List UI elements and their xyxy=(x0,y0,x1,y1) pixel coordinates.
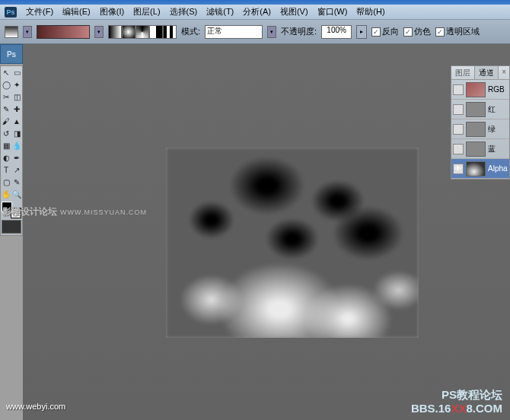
watermark-bottom-right: PS教程论坛 BBS.16XX8.COM xyxy=(411,388,502,415)
gradient-reflected-button[interactable] xyxy=(149,25,163,39)
brush-tool-icon[interactable]: 🖌 xyxy=(1,115,11,127)
menu-analysis[interactable]: 分析(A) xyxy=(238,5,276,19)
channel-thumb-green xyxy=(466,122,486,137)
channel-label: 红 xyxy=(488,104,496,115)
gradient-angle-button[interactable] xyxy=(135,25,149,39)
menu-file[interactable]: 文件(F) xyxy=(21,5,58,19)
zoom-tool-icon[interactable]: 🔍 xyxy=(11,188,22,200)
mode-dropdown-arrow[interactable]: ▾ xyxy=(267,26,276,38)
gradient-linear-button[interactable] xyxy=(108,25,122,39)
watermark-bottom-left: www.webyi.com xyxy=(6,402,65,411)
history-brush-icon[interactable]: ↺ xyxy=(1,127,11,139)
tool-preset-icon[interactable] xyxy=(5,26,18,38)
channel-thumb-red xyxy=(466,102,486,117)
transparency-checkbox[interactable]: ✓ xyxy=(435,27,445,37)
channel-label: RGB xyxy=(488,85,505,94)
menu-window[interactable]: 窗口(W) xyxy=(313,5,352,19)
gradient-tool-icon[interactable]: ▦ xyxy=(1,139,11,151)
crop-tool-icon[interactable]: ✂ xyxy=(1,91,11,103)
stamp-tool-icon[interactable]: ▲ xyxy=(11,115,22,127)
notes-tool-icon[interactable]: ✎ xyxy=(11,176,22,188)
channel-thumb-blue xyxy=(466,142,486,157)
watermark-left: 影楼设计论坛WWW.MISSYUAN.COM xyxy=(2,205,147,218)
dither-checkbox-wrap[interactable]: ✓仿色 xyxy=(403,26,431,37)
channel-red[interactable]: 红 xyxy=(451,100,509,119)
panel-close-icon[interactable]: × xyxy=(499,66,509,79)
wand-tool-icon[interactable]: ✦ xyxy=(11,78,22,91)
channel-green[interactable]: 绿 xyxy=(451,119,509,139)
gradient-type-group xyxy=(108,25,177,39)
channel-label: 蓝 xyxy=(488,144,496,154)
hand-tool-icon[interactable]: ✋ xyxy=(1,188,11,200)
dither-label: 仿色 xyxy=(414,27,431,36)
healing-tool-icon[interactable]: ✚ xyxy=(11,103,22,115)
menu-layer[interactable]: 图层(L) xyxy=(129,5,164,19)
path-tool-icon[interactable]: ↗ xyxy=(11,164,22,176)
gradient-radial-button[interactable] xyxy=(122,25,135,39)
quickmask-toggle[interactable] xyxy=(2,220,21,234)
channel-label: 绿 xyxy=(488,124,496,135)
tab-layers[interactable]: 图层 xyxy=(451,66,475,79)
dodge-tool-icon[interactable]: ◐ xyxy=(1,151,11,164)
move-tool-icon[interactable]: ↖ xyxy=(1,66,11,78)
opacity-label: 不透明度: xyxy=(281,26,317,37)
menu-image[interactable]: 图像(I) xyxy=(95,5,129,19)
document-canvas[interactable] xyxy=(166,148,419,338)
menu-help[interactable]: 帮助(H) xyxy=(352,5,389,19)
type-tool-icon[interactable]: T xyxy=(1,164,11,176)
channel-alpha[interactable]: 👁 Alpha xyxy=(451,159,509,179)
gradient-dropdown[interactable]: ▾ xyxy=(94,26,104,38)
eyedropper-tool-icon[interactable]: ✎ xyxy=(1,103,11,115)
shape-tool-icon[interactable]: ▢ xyxy=(1,176,11,188)
reverse-checkbox-wrap[interactable]: ✓反向 xyxy=(371,26,399,37)
visibility-icon[interactable] xyxy=(453,144,464,154)
tool-preset-dropdown[interactable]: ▾ xyxy=(23,26,32,38)
gradient-preview[interactable] xyxy=(37,25,90,39)
dock: Ps xyxy=(0,44,23,64)
optionsbar: ▾ ▾ 模式: 正常 ▾ 不透明度: 100% ▸ ✓反向 ✓仿色 ✓透明区域 xyxy=(0,20,510,44)
menu-filter[interactable]: 滤镜(T) xyxy=(202,5,238,19)
mode-label: 模式: xyxy=(181,26,200,37)
pen-tool-icon[interactable]: ✒ xyxy=(11,151,22,164)
channel-thumb-rgb xyxy=(466,82,486,97)
app-icon: Ps xyxy=(5,7,17,18)
channel-blue[interactable]: 蓝 xyxy=(451,139,509,159)
menu-edit[interactable]: 编辑(E) xyxy=(58,5,95,19)
menu-select[interactable]: 选择(S) xyxy=(165,5,202,19)
menubar: Ps 文件(F) 编辑(E) 图像(I) 图层(L) 选择(S) 滤镜(T) 分… xyxy=(0,5,510,20)
canvas-area xyxy=(23,44,510,420)
visibility-icon[interactable] xyxy=(453,84,464,95)
reverse-label: 反向 xyxy=(382,27,399,36)
reverse-checkbox[interactable]: ✓ xyxy=(371,27,381,37)
marquee-tool-icon[interactable]: ▭ xyxy=(11,66,22,78)
canvas-content xyxy=(166,148,419,338)
gradient-diamond-button[interactable] xyxy=(163,25,177,39)
lasso-tool-icon[interactable]: ◯ xyxy=(1,78,11,91)
slice-tool-icon[interactable]: ◫ xyxy=(11,91,22,103)
mode-select[interactable]: 正常 xyxy=(205,25,263,39)
channel-label: Alpha xyxy=(488,164,508,173)
dock-tab-ps[interactable]: Ps xyxy=(0,44,23,64)
dither-checkbox[interactable]: ✓ xyxy=(403,27,413,37)
eraser-tool-icon[interactable]: ◨ xyxy=(11,127,22,139)
channel-rgb[interactable]: RGB xyxy=(451,80,509,100)
transparency-checkbox-wrap[interactable]: ✓透明区域 xyxy=(435,26,480,37)
panel-tabs: 图层 通道 × xyxy=(451,66,509,80)
opacity-arrow[interactable]: ▸ xyxy=(356,25,367,39)
transparency-label: 透明区域 xyxy=(446,27,480,36)
opacity-input[interactable]: 100% xyxy=(321,25,352,39)
blur-tool-icon[interactable]: 💧 xyxy=(11,139,22,151)
channel-thumb-alpha xyxy=(466,161,486,177)
visibility-icon[interactable]: 👁 xyxy=(453,164,464,174)
visibility-icon[interactable] xyxy=(453,124,464,135)
tab-channels[interactable]: 通道 xyxy=(475,66,499,79)
menu-view[interactable]: 视图(V) xyxy=(276,5,313,19)
channels-panel: 图层 通道 × RGB 红 绿 蓝 👁 Alpha xyxy=(451,65,510,180)
visibility-icon[interactable] xyxy=(453,104,464,115)
